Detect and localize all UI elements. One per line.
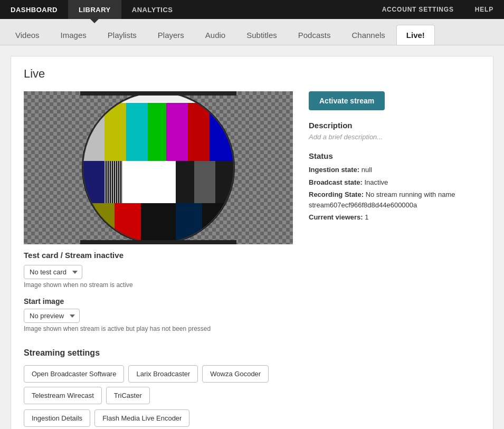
live-right-column: Activate stream Description Add a brief … [309,91,480,225]
tab-subtitles[interactable]: Subtitles [236,25,287,45]
tab-players[interactable]: Players [148,25,194,45]
tab-live[interactable]: Live! [396,25,435,45]
description-placeholder: Add a brief description... [309,133,480,141]
svg-rect-42 [113,161,114,203]
svg-rect-31 [176,161,194,203]
svg-rect-35 [106,161,107,203]
btn-telestream[interactable]: Telestream Wirecast [24,387,102,404]
svg-rect-25 [148,103,166,161]
svg-rect-43 [114,161,115,203]
tab-videos[interactable]: Videos [5,25,50,45]
page-title: Live [24,67,480,81]
svg-rect-39 [110,161,111,203]
svg-rect-26 [166,103,188,161]
svg-rect-59 [24,91,80,244]
svg-rect-60 [236,91,293,244]
btn-flash-media[interactable]: Flash Media Live Encoder [94,409,189,427]
svg-rect-41 [112,161,113,203]
sub-navigation: Videos Images Playlists Players Audio Su… [0,19,504,45]
svg-rect-34 [104,161,106,203]
viewers-row: Current viewers: 1 [309,212,480,223]
test-card-note: Image shown when no stream is active [24,281,293,289]
tab-playlists[interactable]: Playlists [98,25,147,45]
status-section: Status Ingestion state: null Broadcast s… [309,151,480,223]
tab-audio[interactable]: Audio [195,25,235,45]
stream-info: Test card / Stream inactive No test card… [24,251,293,332]
broadcast-state-row: Broadcast state: Inactive [309,177,480,188]
svg-rect-40 [111,161,112,203]
svg-rect-37 [108,161,109,203]
start-image-note: Image shown when stream is active but pl… [24,325,293,332]
ingestion-label: Ingestion state: [309,166,359,174]
description-section: Description Add a brief description... [309,121,480,141]
test-card-field: No test card Image shown when no stream … [24,265,293,289]
viewers-label: Current viewers: [309,213,363,221]
nav-dashboard[interactable]: DASHBOARD [0,0,68,19]
start-image-label: Start image [24,297,293,306]
tab-images[interactable]: Images [51,25,97,45]
tab-podcasts[interactable]: Podcasts [288,25,341,45]
activate-stream-button[interactable]: Activate stream [309,91,385,110]
test-card-select[interactable]: No test card [24,265,82,279]
streaming-buttons-group-2: Ingestion Details Flash Media Live Encod… [24,409,293,427]
btn-wowza[interactable]: Wowza Gocoder [202,365,269,383]
live-layout: Test card / Stream inactive No test card… [24,91,480,429]
ingestion-value: null [362,166,372,174]
status-title: Status [309,151,480,160]
btn-larix[interactable]: Larix Broadcaster [128,365,198,383]
svg-rect-44 [115,161,116,203]
recording-state-row: Recording State: No stream running with … [309,189,480,210]
broadcast-value: Inactive [365,178,388,186]
test-card-preview [24,91,293,244]
svg-rect-36 [107,161,108,203]
svg-rect-53 [141,203,176,244]
content-card: Live [11,56,493,429]
svg-rect-45 [116,161,117,203]
ingestion-state-row: Ingestion state: null [309,165,480,175]
svg-rect-49 [120,161,121,203]
tab-channels[interactable]: Channels [341,25,395,45]
streaming-settings-title: Streaming settings [24,348,293,358]
svg-rect-46 [117,161,118,203]
svg-rect-32 [194,161,215,203]
btn-open-broadcaster[interactable]: Open Broadcaster Software [24,365,124,383]
start-image-select[interactable]: No preview [24,309,80,323]
btn-ingestion-details[interactable]: Ingestion Details [24,409,90,427]
top-nav-left: DASHBOARD LIBRARY ANALYTICS [0,0,372,19]
btn-tricaster[interactable]: TriCaster [106,387,150,404]
recording-label: Recording State: [309,190,364,198]
svg-rect-47 [118,161,119,203]
svg-rect-48 [119,161,120,203]
nav-analytics[interactable]: ANALYTICS [121,0,184,19]
nav-help[interactable]: HELP [464,6,504,13]
broadcast-label: Broadcast state: [309,178,363,186]
stream-title: Test card / Stream inactive [24,251,293,260]
nav-library[interactable]: LIBRARY [68,0,121,19]
svg-rect-27 [188,103,210,161]
description-title: Description [309,121,480,130]
streaming-buttons-group: Open Broadcaster Software Larix Broadcas… [24,365,293,404]
top-nav-right: ACCOUNT SETTINGS HELP [372,0,504,19]
svg-rect-38 [109,161,110,203]
top-navigation: DASHBOARD LIBRARY ANALYTICS ACCOUNT SETT… [0,0,504,19]
streaming-settings-section: Streaming settings Open Broadcaster Soft… [24,348,293,427]
live-left-column: Test card / Stream inactive No test card… [24,91,293,429]
svg-rect-24 [126,103,148,161]
viewers-value: 1 [365,213,368,221]
svg-rect-50 [121,161,122,203]
start-image-field: Start image No preview Image shown when … [24,297,293,332]
outer-wrapper: Live [0,56,504,429]
nav-account-settings[interactable]: ACCOUNT SETTINGS [372,6,464,13]
